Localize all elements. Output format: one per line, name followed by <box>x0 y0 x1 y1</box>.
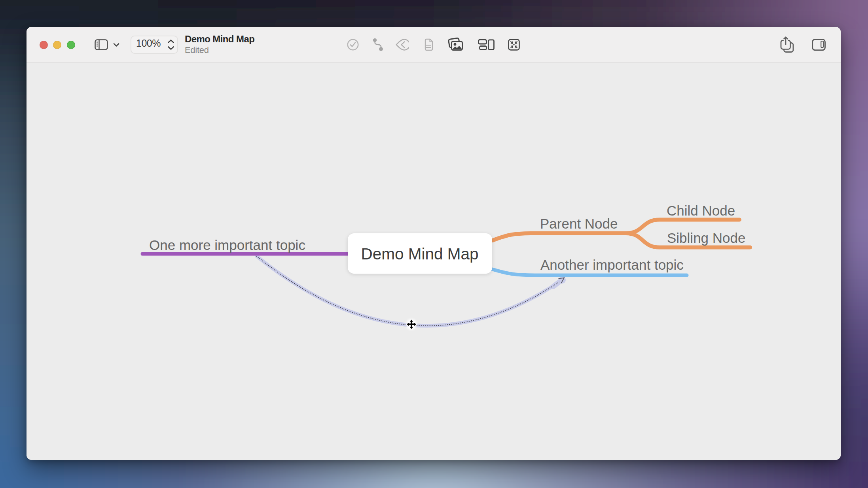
svg-text:Child Node: Child Node <box>667 203 735 218</box>
svg-text:Another important topic: Another important topic <box>540 257 684 272</box>
svg-text:Parent Node: Parent Node <box>540 216 618 231</box>
svg-text:Sibling Node: Sibling Node <box>667 230 745 246</box>
svg-text:Demo Mind Map: Demo Mind Map <box>361 245 478 263</box>
svg-text:One more important topic: One more important topic <box>149 237 305 253</box>
